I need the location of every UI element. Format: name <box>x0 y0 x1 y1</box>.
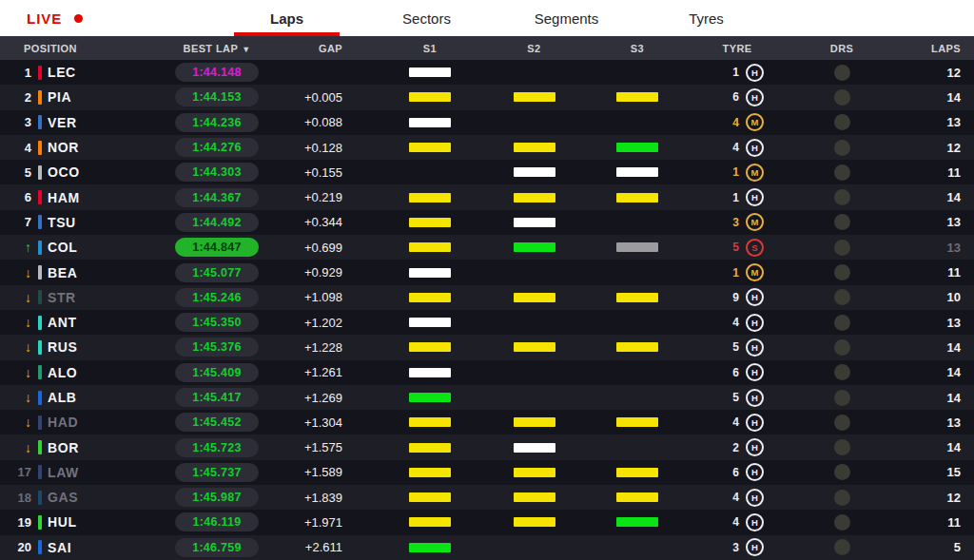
team-color-bar <box>38 241 42 255</box>
driver-code: COL <box>48 240 160 255</box>
header-s1: S1 <box>377 43 483 54</box>
s1-bar <box>409 318 451 327</box>
tab-sectors[interactable]: Sectors <box>357 0 497 36</box>
header-s3: S3 <box>585 43 690 54</box>
gap-cell: +1.261 <box>274 365 346 379</box>
table-row[interactable]: ↓ ALO 1:45.409 +1.261 6 H 14 <box>0 360 974 385</box>
table-row[interactable]: 17 LAW 1:45.737 +1.589 6 H 15 <box>0 460 974 485</box>
s2-bar <box>514 443 555 453</box>
team-color-bar <box>38 265 42 280</box>
driver-code: ALB <box>48 390 160 405</box>
drs-indicator-icon <box>834 315 850 331</box>
table-row[interactable]: ↓ STR 1:45.246 +1.098 9 H 10 <box>0 285 974 310</box>
s1-bar <box>409 268 451 278</box>
tyre-compound-icon: H <box>746 188 764 206</box>
tyre-stint-laps: 1 <box>732 165 739 179</box>
driver-code: VER <box>48 115 160 130</box>
table-row[interactable]: ↓ ALB 1:45.417 +1.269 5 H 14 <box>0 385 974 410</box>
tyre-compound-icon: M <box>746 263 764 281</box>
tyre-stint-laps: 4 <box>732 141 739 154</box>
table-row[interactable]: 3 VER 1:44.236 +0.088 4 M 13 <box>0 110 974 135</box>
gap-cell: +1.202 <box>274 316 346 330</box>
s1-bar <box>409 342 451 352</box>
s2-bar <box>514 218 555 227</box>
table-row[interactable]: ↓ ANT 1:45.350 +1.202 4 H 13 <box>0 310 974 335</box>
s2-bar <box>514 167 555 177</box>
table-row[interactable]: ↓ BEA 1:45.077 +0.929 1 M 11 <box>0 260 974 284</box>
gap-cell: +1.589 <box>274 465 346 479</box>
gap-cell: +0.219 <box>274 190 346 204</box>
laps-cell: 11 <box>899 165 961 180</box>
drs-indicator-icon <box>834 539 850 555</box>
drs-indicator-icon <box>834 264 850 280</box>
tyre-compound-icon: S <box>746 239 764 257</box>
laps-cell: 14 <box>899 365 961 379</box>
driver-code: LAW <box>48 465 160 480</box>
table-row[interactable]: 20 SAI 1:46.759 +2.611 3 H 5 <box>0 535 974 560</box>
table-row[interactable]: ↓ RUS 1:45.376 +1.228 5 H 14 <box>0 335 974 359</box>
drs-indicator-icon <box>834 364 850 380</box>
position-cell: ↓ <box>0 339 34 355</box>
laps-cell: 14 <box>899 90 961 105</box>
tab-segments[interactable]: Segments <box>497 0 636 36</box>
tyre-stint-laps: 6 <box>732 466 739 479</box>
position-cell: 1 <box>0 66 34 80</box>
s3-bar <box>616 417 658 427</box>
table-row[interactable]: ↓ HAD 1:45.452 +1.304 4 H 13 <box>0 410 974 434</box>
team-color-bar <box>38 190 42 204</box>
tyre-compound-icon: H <box>746 64 764 82</box>
table-row[interactable]: 4 NOR 1:44.276 +0.128 4 H 12 <box>0 135 974 160</box>
best-lap-pill: 1:44.367 <box>175 188 259 207</box>
drs-indicator-icon <box>834 490 850 506</box>
header-best-lap-sort[interactable]: BEST LAP▼ <box>160 43 274 54</box>
tyre-stint-laps: 6 <box>732 366 739 379</box>
position-cell: 2 <box>0 90 34 105</box>
team-color-bar <box>38 515 42 530</box>
s3-bar <box>616 193 658 203</box>
drs-indicator-icon <box>834 140 850 156</box>
best-lap-pill: 1:45.737 <box>175 463 259 482</box>
team-color-bar <box>38 141 42 155</box>
tyre-stint-laps: 1 <box>732 266 739 280</box>
tyre-stint-laps: 6 <box>732 90 739 104</box>
table-row[interactable]: 19 HUL 1:46.119 +1.971 4 H 11 <box>0 510 974 534</box>
tab-laps[interactable]: Laps <box>217 0 357 36</box>
laps-cell: 13 <box>899 115 961 129</box>
best-lap-pill: 1:44.847 <box>175 238 259 257</box>
tyre-stint-laps: 4 <box>732 491 739 504</box>
s1-bar <box>409 417 451 427</box>
live-indicator: LIVE <box>27 0 83 36</box>
team-color-bar <box>38 215 42 229</box>
table-row[interactable]: 2 PIA 1:44.153 +0.005 6 H 14 <box>0 85 974 109</box>
table-row[interactable]: ↓ BOR 1:45.723 +1.575 2 H 14 <box>0 434 974 459</box>
position-cell: 18 <box>0 491 34 505</box>
s1-bar <box>409 193 451 203</box>
driver-code: STR <box>48 290 160 305</box>
table-row[interactable]: 7 TSU 1:44.492 +0.344 3 M 13 <box>0 210 974 235</box>
s3-bar <box>616 143 658 152</box>
table-row[interactable]: 18 GAS 1:45.987 +1.839 4 H 12 <box>0 485 974 510</box>
team-color-bar <box>38 415 42 430</box>
best-lap-pill: 1:45.077 <box>175 263 259 282</box>
table-row[interactable]: 5 OCO 1:44.303 +0.155 1 M 11 <box>0 160 974 184</box>
team-color-bar <box>38 391 42 405</box>
s3-bar <box>616 342 658 352</box>
driver-code: ALO <box>48 365 160 380</box>
best-lap-pill: 1:45.987 <box>175 488 259 507</box>
s2-bar <box>514 517 555 527</box>
table-row[interactable]: 6 HAM 1:44.367 +0.219 1 H 14 <box>0 184 974 209</box>
tyre-stint-laps: 3 <box>732 541 739 554</box>
table-row[interactable]: ↑ COL 1:44.847 +0.699 5 S 13 <box>0 235 974 260</box>
driver-code: NOR <box>48 140 160 155</box>
s1-bar <box>409 492 451 502</box>
tab-tyres[interactable]: Tyres <box>636 0 776 36</box>
drs-indicator-icon <box>834 164 850 181</box>
drs-indicator-icon <box>834 390 850 406</box>
live-label: LIVE <box>27 10 62 27</box>
best-lap-pill: 1:44.153 <box>175 87 259 106</box>
tyre-stint-laps: 4 <box>732 415 739 429</box>
gap-cell: +0.088 <box>274 115 346 129</box>
table-row[interactable]: 1 LEC 1:44.148 1 H 12 <box>0 60 974 85</box>
s1-bar <box>409 443 451 453</box>
position-cell: 6 <box>0 190 34 204</box>
